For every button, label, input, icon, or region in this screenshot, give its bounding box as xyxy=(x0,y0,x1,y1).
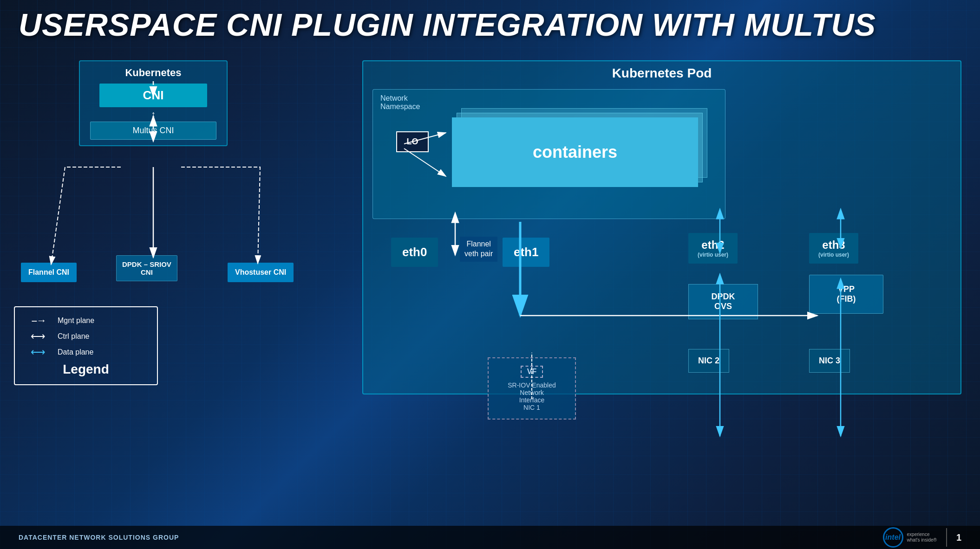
ctrl-arrow: ⟷ xyxy=(24,330,52,342)
legend-title: Legend xyxy=(24,362,148,377)
vpp-box: VPP (FIB) xyxy=(809,275,883,314)
legend-mgnt: - - → Mgnt plane xyxy=(24,315,148,327)
intel-area: intel experiencewhat's inside® 1 xyxy=(883,527,961,548)
footer-group: DATACENTER NETWORK SOLUTIONS GROUP xyxy=(19,534,179,541)
eth2-label: eth2 xyxy=(698,239,728,252)
sriov-label: SR-IOV Enabled Network Interface NIC 1 xyxy=(493,381,570,411)
nic2-label: NIC 2 xyxy=(698,356,719,365)
multus-box: Multus CNI xyxy=(90,122,216,140)
eth1-label: eth1 xyxy=(514,245,538,259)
network-ns-label: Network Namespace xyxy=(380,94,420,111)
intel-ring: intel xyxy=(883,527,903,548)
divider xyxy=(946,528,947,547)
network-namespace: Network Namespace LO containers xyxy=(372,89,725,219)
mgnt-label: Mgnt plane xyxy=(58,316,94,325)
slide: USERSPACE CNI PLUGIN INTEGRATION WITH MU… xyxy=(0,0,980,549)
containers-label: containers xyxy=(533,142,617,162)
dpdk-ovs-box: DPDK OVS xyxy=(688,284,758,319)
eth1-box: eth1 xyxy=(503,238,549,267)
kubernetes-panel: Kubernetes CNI ↕ Multus CNI xyxy=(79,60,228,146)
eth0-box: eth0 xyxy=(391,238,438,267)
vpp-label: VPP (FIB) xyxy=(837,284,856,304)
containers-area: containers xyxy=(452,108,712,196)
vhostuser-box: Vhostuser CNI xyxy=(228,263,294,282)
dpdk-sriov-box: DPDK – SRIOV CNI xyxy=(116,255,177,281)
eth3-label: eth3 xyxy=(818,239,849,252)
legend-data: ⟷ Data plane xyxy=(24,346,148,358)
k8s-pod-panel: Kubernetes Pod Network Namespace LO cont… xyxy=(362,60,961,394)
flannel-cni-box: Flannel CNI xyxy=(21,263,77,282)
containers-main: containers xyxy=(452,117,698,187)
page-number: 1 xyxy=(956,532,961,543)
ctrl-label: Ctrl plane xyxy=(58,332,89,341)
slide-title: USERSPACE CNI PLUGIN INTEGRATION WITH MU… xyxy=(19,8,876,41)
data-arrow: ⟷ xyxy=(24,346,52,358)
mgnt-arrow: - - → xyxy=(24,315,52,327)
nic3-label: NIC 3 xyxy=(819,356,840,365)
eth3-sub: (virtio user) xyxy=(818,252,849,258)
legend-ctrl: ⟷ Ctrl plane xyxy=(24,330,148,342)
flannel-veth-label: Flannel veth pair xyxy=(460,237,497,262)
intel-logo: intel experiencewhat's inside® xyxy=(883,527,937,548)
eth2-box: eth2 (virtio user) xyxy=(688,233,738,264)
vf-label: VF xyxy=(521,366,543,378)
k8s-pod-title: Kubernetes Pod xyxy=(612,66,712,81)
legend-box: - - → Mgnt plane ⟷ Ctrl plane ⟷ Data pla… xyxy=(14,306,158,385)
eth2-sub: (virtio user) xyxy=(698,252,728,258)
dpdk-ovs-label: DPDK OVS xyxy=(711,292,735,311)
nic3-box: NIC 3 xyxy=(809,349,850,373)
flannel-cni-label: Flannel CNI xyxy=(21,263,77,282)
eth0-label: eth0 xyxy=(402,245,427,259)
arrow-cni-down: ↕ xyxy=(85,107,221,122)
sriov-box: VF SR-IOV Enabled Network Interface NIC … xyxy=(488,357,576,420)
eth3-box: eth3 (virtio user) xyxy=(809,233,858,264)
data-label: Data plane xyxy=(58,348,93,356)
bottom-bar: DATACENTER NETWORK SOLUTIONS GROUP intel… xyxy=(0,526,980,549)
intel-text: intel xyxy=(885,533,901,542)
vhostuser-label: Vhostuser CNI xyxy=(228,263,294,282)
intel-tagline: experiencewhat's inside® xyxy=(907,532,937,543)
dpdk-sriov-label: DPDK – SRIOV CNI xyxy=(116,255,177,281)
flannel-veth-text: Flannel veth pair xyxy=(464,240,493,258)
kubernetes-label: Kubernetes xyxy=(85,67,221,79)
lo-box: LO xyxy=(396,131,429,152)
nic2-box: NIC 2 xyxy=(688,349,729,373)
cni-box: CNI xyxy=(99,84,207,107)
